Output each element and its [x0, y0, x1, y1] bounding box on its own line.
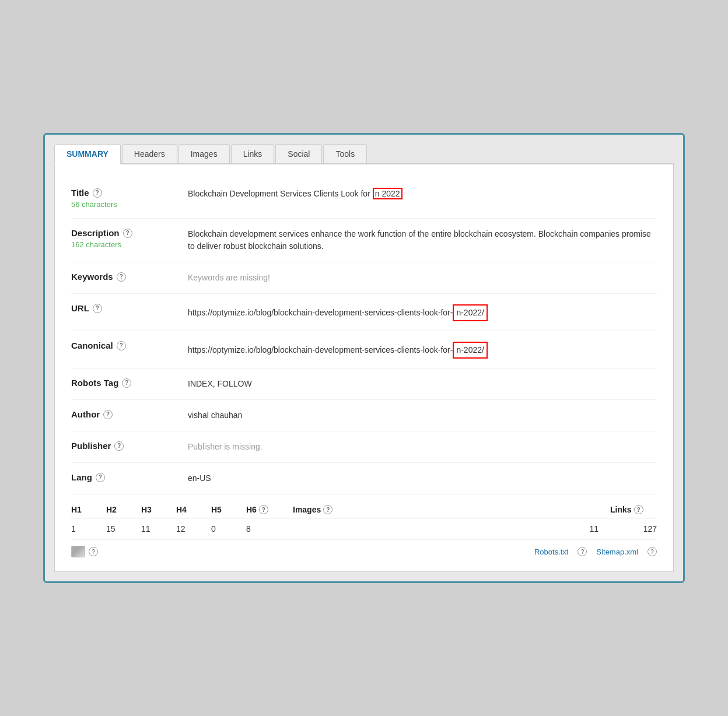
h1-header: H1	[71, 505, 106, 514]
heading-table-header: H1 H2 H3 H4 H5 H6 ? Images ? Links ?	[71, 499, 657, 518]
publisher-row: Publisher ? Publisher is missing.	[71, 431, 657, 463]
url-row: URL ? https://optymize.io/blog/blockchai…	[71, 294, 657, 331]
robots-tag-row: Robots Tag ? INDEX, FOLLOW	[71, 368, 657, 400]
author-label-col: Author ?	[71, 409, 188, 419]
url-label-col: URL ?	[71, 303, 188, 313]
h1-value: 1	[71, 524, 106, 534]
footer-bar: ? Robots.txt ? Sitemap.xml ?	[71, 539, 657, 557]
canonical-label: Canonical ?	[71, 341, 188, 350]
images-value: 11	[293, 524, 610, 534]
tab-social[interactable]: Social	[275, 144, 322, 163]
publisher-label: Publisher ?	[71, 441, 188, 451]
lang-label-col: Lang ?	[71, 472, 188, 482]
heading-table-row: 1 15 11 12 0 8 11 127	[71, 518, 657, 539]
lang-row: Lang ? en-US	[71, 463, 657, 494]
h6-value: 8	[246, 524, 293, 534]
h5-value: 0	[211, 524, 246, 534]
canonical-help-icon[interactable]: ?	[117, 341, 126, 350]
sitemap-xml-help-icon[interactable]: ?	[648, 547, 657, 556]
images-help-icon[interactable]: ?	[323, 505, 332, 514]
keywords-label-col: Keywords ?	[71, 272, 188, 282]
keywords-label: Keywords ?	[71, 272, 188, 282]
keywords-help-icon[interactable]: ?	[117, 272, 126, 282]
description-help-icon[interactable]: ?	[123, 229, 132, 238]
tab-images[interactable]: Images	[178, 144, 230, 163]
tab-headers[interactable]: Headers	[122, 144, 177, 163]
thumbnail-icon	[71, 546, 85, 557]
publisher-label-col: Publisher ?	[71, 441, 188, 451]
h3-value: 11	[141, 524, 176, 534]
canonical-value: https://optymize.io/blog/blockchain-deve…	[188, 341, 657, 359]
keywords-row: Keywords ? Keywords are missing!	[71, 262, 657, 294]
footer-left: ?	[71, 546, 98, 557]
author-value: vishal chauhan	[188, 409, 657, 422]
robots-tag-label-col: Robots Tag ?	[71, 378, 188, 388]
h4-header: H4	[176, 505, 211, 514]
content-area: Title ? 56 characters Blockchain Develop…	[54, 164, 674, 572]
tab-tools[interactable]: Tools	[323, 144, 367, 163]
lang-label: Lang ?	[71, 472, 188, 482]
canonical-row: Canonical ? https://optymize.io/blog/blo…	[71, 331, 657, 368]
publisher-help-icon[interactable]: ?	[114, 441, 124, 451]
tab-summary[interactable]: SUMMARY	[54, 144, 121, 164]
title-label-col: Title ? 56 characters	[71, 188, 188, 209]
description-label-col: Description ? 162 characters	[71, 228, 188, 249]
h2-header: H2	[106, 505, 141, 514]
robots-txt-help-icon[interactable]: ?	[578, 547, 587, 556]
sitemap-xml-link[interactable]: Sitemap.xml	[596, 547, 638, 556]
url-help-icon[interactable]: ?	[93, 304, 102, 313]
title-help-icon[interactable]: ?	[93, 188, 102, 198]
keywords-value: Keywords are missing!	[188, 272, 657, 284]
h3-header: H3	[141, 505, 176, 514]
canonical-label-col: Canonical ?	[71, 341, 188, 350]
heading-table: H1 H2 H3 H4 H5 H6 ? Images ? Links ?	[71, 499, 657, 539]
images-header: Images ?	[293, 505, 610, 514]
robots-tag-help-icon[interactable]: ?	[122, 378, 131, 388]
description-value: Blockchain development services enhance …	[188, 228, 657, 252]
url-highlight: n-2022/	[453, 304, 487, 321]
lang-value: en-US	[188, 472, 657, 485]
links-help-icon[interactable]: ?	[634, 505, 643, 514]
lang-help-icon[interactable]: ?	[96, 473, 105, 482]
h5-header: H5	[211, 505, 246, 514]
url-value: https://optymize.io/blog/blockchain-deve…	[188, 303, 657, 321]
canonical-highlight: n-2022/	[453, 342, 487, 359]
title-value: Blockchain Development Services Clients …	[188, 188, 657, 200]
links-header: Links ?	[610, 505, 657, 514]
author-help-icon[interactable]: ?	[103, 410, 113, 419]
h4-value: 12	[176, 524, 211, 534]
robots-tag-label: Robots Tag ?	[71, 378, 188, 388]
links-value: 127	[610, 524, 657, 534]
description-row: Description ? 162 characters Blockchain …	[71, 219, 657, 262]
h6-header: H6 ?	[246, 505, 293, 514]
tab-bar: SUMMARY Headers Images Links Social Tool…	[54, 144, 674, 164]
author-label: Author ?	[71, 409, 188, 419]
title-label: Title ?	[71, 188, 188, 198]
robots-tag-value: INDEX, FOLLOW	[188, 378, 657, 390]
title-row: Title ? 56 characters Blockchain Develop…	[71, 178, 657, 219]
thumbnail-help-icon[interactable]: ?	[89, 547, 98, 556]
title-highlight: n 2022	[373, 188, 402, 199]
author-row: Author ? vishal chauhan	[71, 400, 657, 431]
description-char-count: 162 characters	[71, 240, 188, 249]
description-label: Description ?	[71, 228, 188, 238]
tab-links[interactable]: Links	[231, 144, 275, 163]
robots-txt-link[interactable]: Robots.txt	[534, 547, 569, 556]
url-label: URL ?	[71, 303, 188, 313]
main-container: SUMMARY Headers Images Links Social Tool…	[43, 133, 685, 583]
title-char-count: 56 characters	[71, 200, 188, 209]
publisher-value: Publisher is missing.	[188, 441, 657, 453]
h2-value: 15	[106, 524, 141, 534]
h6-help-icon[interactable]: ?	[259, 505, 268, 514]
